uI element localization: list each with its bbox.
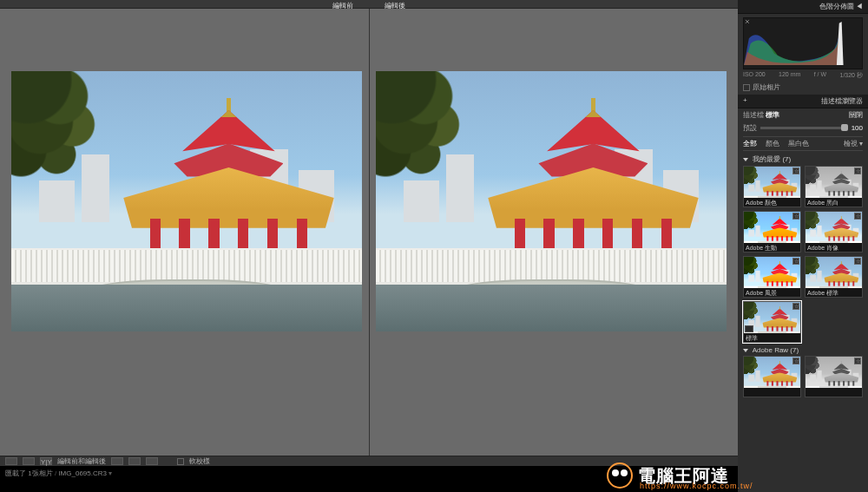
profile-preset[interactable]: ☆Adobe 肖像	[805, 211, 863, 253]
preset-label: Adobe 標準	[806, 288, 862, 297]
add-profile-button[interactable]: +	[743, 96, 747, 106]
exif-aperture: f / W	[814, 71, 826, 80]
after-label: 編輯後	[385, 0, 405, 8]
filter-bw[interactable]: 黑白色	[788, 139, 809, 148]
favorite-star-icon[interactable]: ☆	[854, 258, 861, 265]
disclosure-triangle-icon[interactable]	[743, 158, 748, 161]
profile-preset[interactable]: ☆Adobe 生動	[743, 211, 801, 253]
amount-value: 100	[852, 124, 863, 132]
profile-key: 描述檔	[743, 111, 764, 119]
favorite-star-icon[interactable]: ☆	[854, 167, 861, 174]
exif-focal: 120 mm	[779, 71, 800, 80]
main-area: 編輯前 編輯後	[0, 0, 738, 492]
before-after-label: 編輯前和編輯後	[57, 456, 106, 466]
copy-after-button[interactable]	[146, 457, 158, 465]
view-mode-button-2[interactable]	[23, 457, 35, 465]
split-divider[interactable]	[369, 9, 370, 456]
profile-preset[interactable]: ☆	[805, 356, 863, 397]
preset-label: Adobe 顏色	[744, 198, 800, 207]
favorites-grid: ☆Adobe 顏色☆Adobe 黑白☆Adobe 生動☆Adobe 肖像☆Ado…	[743, 166, 863, 343]
view-mode-button-3[interactable]: Y|Y	[40, 457, 52, 465]
favorite-star-icon[interactable]: ☆	[792, 167, 799, 174]
compare-header: 編輯前 編輯後	[0, 0, 738, 9]
status-count: 1張相片	[28, 469, 52, 477]
before-panel[interactable]	[7, 71, 366, 447]
histogram[interactable]	[743, 17, 863, 69]
before-label: 編輯前	[332, 0, 353, 8]
adobe-raw-header[interactable]: Adobe Raw (7)	[753, 346, 799, 354]
camera-badge-icon	[745, 325, 753, 332]
soft-proof-checkbox[interactable]	[177, 458, 184, 465]
profile-preset[interactable]: ☆Adobe 標準	[805, 256, 863, 298]
favorite-star-icon[interactable]: ☆	[792, 358, 799, 364]
profile-filter-row: 全部 顏色 黑白色 檢視 ▾	[743, 136, 863, 151]
adobe-raw-grid: ☆☆	[743, 356, 863, 397]
close-browser-button[interactable]: 關閉	[849, 110, 863, 120]
status-prefix: 匯載了	[5, 469, 26, 477]
preset-label	[744, 388, 800, 397]
favorite-star-icon[interactable]: ☆	[854, 213, 861, 220]
before-photo	[11, 71, 362, 331]
profiles-scroll[interactable]: 我的最愛 (7) ☆Adobe 顏色☆Adobe 黑白☆Adobe 生動☆Ado…	[738, 153, 868, 492]
profile-preset[interactable]: ☆	[743, 356, 801, 397]
after-panel[interactable]	[372, 71, 731, 447]
compare-view[interactable]	[0, 9, 738, 456]
profile-browser-title: 描述檔瀏覽器	[821, 96, 863, 106]
preset-label	[806, 388, 862, 397]
filter-all[interactable]: 全部	[743, 139, 757, 148]
after-photo	[376, 71, 727, 331]
preset-label: Adobe 肖像	[806, 243, 862, 252]
favorite-star-icon[interactable]: ☆	[792, 303, 799, 310]
histogram-header[interactable]: 色階分佈圖 ◀	[738, 0, 868, 14]
watermark-face-icon	[607, 462, 633, 489]
original-photo-label: 原始相片	[753, 82, 780, 92]
preset-label: Adobe 風景	[744, 288, 800, 297]
preset-label: Adobe 生動	[744, 243, 800, 252]
favorite-star-icon[interactable]: ☆	[854, 358, 861, 364]
profile-preset[interactable]: ☆Adobe 風景	[743, 256, 801, 298]
copy-before-button[interactable]	[128, 457, 141, 465]
soft-proof-label: 軟校樣	[189, 456, 210, 466]
watermark: 電腦王阿達 https://www.kocpc.com.tw/	[607, 462, 729, 489]
preset-label: Adobe 黑白	[806, 198, 862, 207]
profile-preset[interactable]: ☆Adobe 黑白	[805, 166, 863, 207]
profile-preset[interactable]: ☆Adobe 顏色	[743, 166, 801, 207]
current-filename: IMG_0695.CR3	[58, 469, 107, 477]
app-root: 編輯前 編輯後	[0, 0, 868, 492]
exif-shutter: 1/320 秒	[840, 71, 863, 80]
filter-view-menu[interactable]: 檢視 ▾	[844, 139, 863, 148]
profile-preset[interactable]: ☆標準	[743, 301, 801, 343]
preset-label: 標準	[744, 333, 800, 342]
watermark-url: https://www.kocpc.com.tw/	[640, 482, 753, 490]
amount-slider[interactable]	[760, 127, 848, 129]
favorite-star-icon[interactable]: ☆	[792, 213, 799, 220]
view-mode-button-1[interactable]	[5, 457, 17, 465]
right-panel: 色階分佈圖 ◀ ISO 200 120 mm f / W 1/320 秒 原始相…	[738, 0, 868, 492]
amount-label: 預設	[743, 123, 757, 133]
filter-color[interactable]: 顏色	[766, 139, 779, 148]
original-photo-checkbox[interactable]	[743, 84, 750, 91]
favorite-star-icon[interactable]: ☆	[792, 258, 799, 265]
swap-button[interactable]	[111, 457, 123, 465]
profile-value: 標準	[766, 111, 779, 119]
favorites-header[interactable]: 我的最愛 (7)	[753, 155, 791, 163]
exif-iso: ISO 200	[743, 71, 766, 80]
exif-row: ISO 200 120 mm f / W 1/320 秒	[743, 71, 863, 80]
disclosure-triangle-icon[interactable]	[743, 349, 748, 352]
